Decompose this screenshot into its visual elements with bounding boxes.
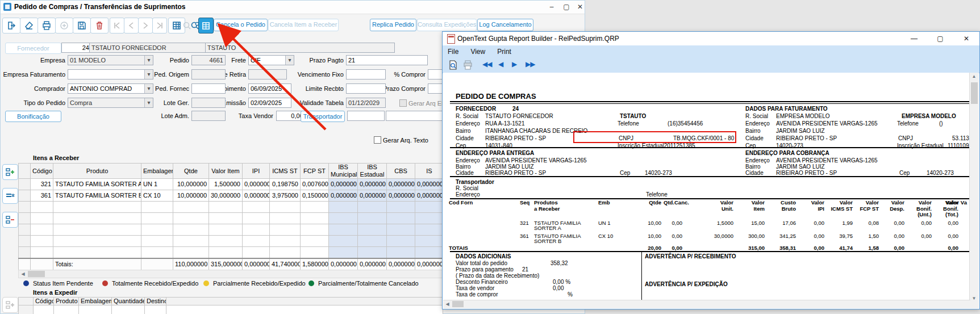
report-hscrollbar[interactable]: ◀ (443, 300, 970, 308)
cell[interactable] (145, 305, 166, 314)
cell[interactable] (301, 236, 329, 247)
cell[interactable] (329, 224, 358, 236)
exit-button[interactable] (2, 18, 20, 34)
cell[interactable] (270, 224, 301, 236)
remove-item-button[interactable] (2, 212, 18, 228)
cell[interactable]: 0,000000 (387, 179, 415, 190)
cell[interactable]: 0,000000 (358, 190, 387, 202)
cell[interactable]: 0,000000 (387, 190, 415, 202)
cell[interactable] (387, 213, 415, 224)
cell[interactable] (448, 218, 519, 231)
row-selector[interactable] (19, 190, 31, 202)
cell[interactable] (301, 247, 329, 259)
ped-fornec-field[interactable] (191, 83, 226, 94)
validade-field[interactable]: 01/12/2029 (346, 98, 386, 108)
close-icon[interactable]: ✕ (573, 2, 587, 12)
scroll-up-icon[interactable]: ▲ (970, 73, 978, 80)
cell[interactable] (270, 202, 301, 213)
cell[interactable]: 1,50 (854, 231, 880, 244)
ped-origem-field[interactable] (191, 69, 226, 79)
frete-select[interactable]: CIF (248, 55, 294, 65)
cell[interactable]: 30,000000 (209, 190, 243, 202)
cell[interactable]: 0,00 (797, 218, 825, 231)
cell[interactable] (270, 213, 301, 224)
frete-retira-field[interactable] (248, 69, 287, 79)
cell[interactable] (358, 247, 387, 259)
empresa-fat-select[interactable] (68, 69, 153, 79)
previous-record-button[interactable] (124, 18, 139, 34)
cell[interactable] (31, 202, 53, 213)
previous-page-icon[interactable]: ◀ (498, 60, 503, 68)
cell[interactable]: TSTAUTO FAMILIA SORTER B (533, 231, 597, 244)
cell[interactable]: 0,00 (880, 231, 906, 244)
cell[interactable] (329, 236, 358, 247)
cell[interactable]: 0,000000 (243, 179, 270, 190)
cell[interactable]: 0,00 (880, 218, 906, 231)
cell[interactable] (448, 231, 519, 244)
cell[interactable] (209, 213, 243, 224)
first-record-button[interactable] (110, 18, 124, 34)
fornecedor-fantasy-field[interactable]: TSTAUTO (205, 43, 395, 53)
cell[interactable]: 0,08 (854, 218, 880, 231)
cell[interactable] (166, 305, 443, 314)
cell[interactable] (301, 213, 329, 224)
cell[interactable] (270, 247, 301, 259)
fornecedor-code-field[interactable]: 24 (61, 43, 91, 53)
next-page-icon[interactable]: ▶ (512, 60, 516, 68)
limite-recbto-field[interactable] (346, 83, 386, 94)
edit-item-button[interactable] (2, 188, 18, 204)
cell[interactable] (415, 224, 444, 236)
cell[interactable]: 361 (31, 190, 53, 202)
minimize-icon[interactable]: – (545, 2, 558, 12)
fornecedor-name-field[interactable]: TSTAUTO FORNECEDOR (89, 43, 207, 53)
cell[interactable] (415, 236, 444, 247)
cell[interactable]: 341,25 (766, 231, 797, 244)
row-selector[interactable] (19, 224, 31, 236)
cell[interactable] (387, 236, 415, 247)
prazo-pagto-field[interactable]: 21 (346, 55, 428, 65)
cell[interactable]: UN 1 (597, 218, 643, 231)
cell[interactable] (243, 224, 270, 236)
cell[interactable]: 30,0000 (688, 231, 735, 244)
cell[interactable]: 321 (31, 179, 53, 190)
venc-fixo-field[interactable] (346, 69, 386, 79)
cell[interactable] (173, 247, 209, 259)
cell[interactable] (31, 213, 53, 224)
cell[interactable] (329, 247, 358, 259)
cell[interactable]: 0,00 (906, 218, 933, 231)
cell[interactable]: 0,00 (906, 231, 933, 244)
cell[interactable]: 3,975000 (270, 190, 301, 202)
consulta-expedicoes-button[interactable]: Consulta Expedições (417, 19, 477, 31)
transportador-button[interactable]: Transportador (301, 111, 345, 122)
cell[interactable]: 0,150000 (301, 190, 329, 202)
replica-pedido-button[interactable]: Replica Pedido (370, 19, 416, 31)
cell[interactable] (31, 247, 53, 259)
cell[interactable]: TSTAUTO FAMILIA SORTER B (53, 190, 141, 202)
add-button[interactable] (55, 18, 73, 34)
maximize-icon[interactable]: ▢ (927, 32, 953, 45)
cell[interactable] (209, 236, 243, 247)
fornecedor-button[interactable]: Fornecedor (5, 43, 61, 54)
receber-hscrollbar[interactable]: ◀ (18, 270, 443, 278)
cell[interactable]: 39,75 (825, 231, 854, 244)
row-selector[interactable] (19, 202, 31, 213)
menu-file[interactable]: File (443, 45, 464, 58)
maximize-icon[interactable]: ▢ (560, 2, 573, 12)
lote-adm-field[interactable] (191, 111, 226, 121)
cell[interactable]: 1,5000 (688, 218, 735, 231)
cell[interactable] (53, 224, 141, 236)
cell[interactable] (79, 305, 112, 314)
minimize-icon[interactable]: — (901, 32, 927, 45)
cell[interactable] (301, 202, 329, 213)
row-selector[interactable] (19, 213, 31, 224)
empresa-select[interactable]: 01 MODELO (68, 55, 153, 65)
cell[interactable]: 0,198750 (270, 179, 301, 190)
first-page-icon[interactable]: ◀◀ (482, 60, 491, 68)
add-expedir-button[interactable] (2, 297, 18, 313)
cell[interactable] (387, 224, 415, 236)
emissao-field[interactable]: 02/09/2025 (248, 98, 291, 108)
cell[interactable]: UN 1 (141, 179, 173, 190)
transportador-name-field[interactable] (386, 111, 446, 121)
cell[interactable] (173, 236, 209, 247)
cell[interactable]: 0,00 (933, 231, 960, 244)
